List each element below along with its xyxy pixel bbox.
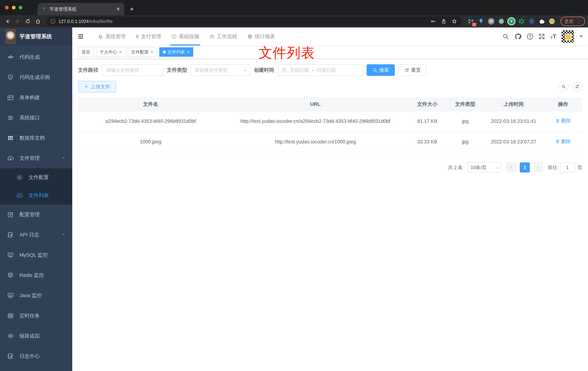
sidebar-item-redis-monitor[interactable]: Redis 监控 [0, 265, 72, 285]
tags-bar: 首页 个人中心 ✕ 文件配置 ✕ 文件列表 ✕ [72, 45, 588, 59]
search-button[interactable]: 搜索 [367, 64, 395, 76]
address-bar[interactable]: i 127.0.0.1:1024/infra/file/file [46, 17, 462, 26]
page-size-select[interactable]: 10条/页 [467, 162, 502, 172]
sidebar-item-scheduled-tasks[interactable]: 定时任务 [0, 306, 72, 326]
sidebar-item-java-monitor[interactable]: Java 监控 [0, 285, 72, 306]
grid-diamond-icon[interactable]: 11 [467, 18, 475, 25]
sidebar-item-file-config[interactable]: 文件配置 [0, 168, 72, 186]
sidebar-item-system-api[interactable]: 系统接口 [0, 108, 72, 128]
back-icon[interactable] [3, 17, 12, 26]
tag-file-config[interactable]: 文件配置 ✕ [128, 47, 157, 57]
shield-check-icon [7, 74, 14, 81]
bookmark-star-icon[interactable] [452, 18, 457, 24]
delete-button[interactable]: 删除 [555, 117, 571, 125]
search-icon [372, 68, 378, 73]
nav-system-management[interactable]: 系统管理 [93, 27, 131, 45]
nav-statistics[interactable]: 统计报表 [242, 27, 280, 45]
sidebar-item-log-center[interactable]: 日志中心 [0, 346, 72, 366]
sidebar-item-label: 配置管理 [20, 211, 40, 218]
create-time-label: 创建时间 [254, 67, 274, 74]
tag-close-icon[interactable]: ✕ [187, 50, 190, 54]
sidebar-item-code-generation[interactable]: </> 代码生成 [0, 47, 72, 67]
new-tab-button[interactable]: + [126, 4, 137, 14]
update-label: 更新 [564, 18, 574, 25]
page-number[interactable]: 1 [520, 162, 530, 172]
gear-icon [98, 34, 103, 39]
sidebar-item-file-list[interactable]: 文件列表 [0, 186, 72, 204]
monitor-bars-icon [7, 292, 14, 299]
range-separator: - [312, 67, 314, 73]
sidebar-item-mysql-monitor[interactable]: MySQL 监控 [0, 245, 72, 265]
sliders-icon [7, 114, 14, 121]
reload-icon[interactable] [23, 17, 32, 26]
cloud-upload-icon [16, 192, 23, 199]
sidebar-item-form-builder[interactable]: 表单构建 [0, 87, 72, 108]
tab-close-icon[interactable]: ✕ [116, 7, 120, 11]
tag-close-icon[interactable]: ✕ [119, 50, 122, 54]
help-icon[interactable]: ? [527, 33, 533, 40]
avatar[interactable] [562, 30, 574, 43]
nav-infrastructure[interactable]: 基础设施 [166, 27, 204, 45]
url-text[interactable]: 127.0.0.1:1024/infra/file/file [59, 19, 113, 24]
search-icon[interactable] [502, 33, 509, 40]
green-star-icon[interactable] [518, 18, 525, 25]
sidebar-item-label: 文件管理 [20, 155, 40, 162]
upload-file-button[interactable]: 上传文件 [78, 81, 116, 93]
nav-workflow[interactable]: 工作流程 [204, 27, 242, 45]
record-circle-icon[interactable] [498, 18, 505, 25]
cell-url: http://test.yudao.iocoder.cn/a294ecb2-73… [223, 111, 407, 132]
balloon-icon[interactable] [477, 18, 485, 25]
file-type-select[interactable]: 请选择文件类型 [191, 64, 250, 76]
sidebar-item-file-management[interactable]: 文件管理 [0, 148, 72, 168]
nav-payment-management[interactable]: ¥ 支付管理 [131, 27, 166, 45]
window-controls [5, 0, 22, 15]
font-size-icon[interactable]: TT [550, 33, 556, 40]
avatar-caret-icon[interactable] [579, 35, 583, 38]
zoom-window-button[interactable] [19, 6, 22, 9]
prev-page-icon[interactable] [506, 162, 516, 172]
fullscreen-icon[interactable] [538, 33, 545, 40]
tag-profile[interactable]: 个人中心 ✕ [96, 47, 126, 57]
sidebar-logo[interactable]: 芋道管理系统 [0, 27, 72, 45]
screen: 芋道管理系统 ✕ + i 127.0.0.1:1024/infra/file/f… [0, 0, 588, 371]
table-header-row: 文件名 URL 文件大小 文件类型 上传时间 操作 [78, 97, 582, 111]
puzzle-icon[interactable] [538, 18, 545, 25]
sidebar-item-db-doc[interactable]: 数据库文档 [0, 128, 72, 148]
site-info-icon[interactable]: i [51, 19, 55, 24]
tag-close-icon[interactable]: ✕ [150, 50, 154, 54]
goto-page-input[interactable] [560, 162, 575, 172]
minimize-window-button[interactable] [12, 6, 16, 9]
next-page-icon[interactable] [533, 162, 543, 172]
forward-icon[interactable] [13, 17, 22, 26]
close-window-button[interactable] [5, 6, 9, 9]
refresh-table-icon[interactable] [572, 82, 582, 92]
collapse-sidebar-icon[interactable] [72, 27, 89, 45]
reset-button[interactable]: 重置 [398, 64, 427, 76]
goto-label: 前往 [548, 164, 557, 171]
command-circle-icon[interactable]: ⌘ [488, 18, 495, 25]
browser-menu-icon[interactable]: ⋮ [577, 19, 581, 24]
tag-label: 首页 [82, 49, 90, 55]
sidebar-item-api-log[interactable]: API 日志 [0, 225, 72, 245]
blue-eye-icon[interactable] [528, 18, 535, 25]
tag-label: 个人中心 [100, 49, 117, 55]
share-icon[interactable] [441, 19, 446, 24]
emoji-face-icon[interactable] [548, 18, 556, 25]
y-circle-icon[interactable]: Y [508, 18, 515, 25]
doc-edit-icon [7, 353, 14, 360]
browser-tab[interactable]: 芋道管理系统 ✕ [38, 3, 124, 15]
home-icon[interactable] [33, 17, 43, 26]
goto-page: 前往 页 [548, 162, 582, 172]
toggle-search-icon[interactable] [559, 82, 568, 92]
tag-home[interactable]: 首页 [78, 47, 94, 57]
sidebar-item-config-management[interactable]: 配置管理 [0, 204, 72, 225]
sidebar-item-code-example[interactable]: 代码生成示例 [0, 67, 72, 87]
delete-button[interactable]: 删除 [555, 138, 571, 145]
date-range-picker[interactable]: 开始日期 - 结束日期 [278, 64, 363, 76]
github-icon[interactable] [514, 33, 522, 40]
password-key-icon[interactable] [430, 18, 436, 24]
file-path-input[interactable] [102, 64, 163, 76]
browser-update-button[interactable]: 更新 ⋮ [561, 17, 585, 26]
sidebar-item-tracing[interactable]: 链路追踪 [0, 326, 72, 346]
tag-file-list[interactable]: 文件列表 ✕ [159, 47, 193, 57]
